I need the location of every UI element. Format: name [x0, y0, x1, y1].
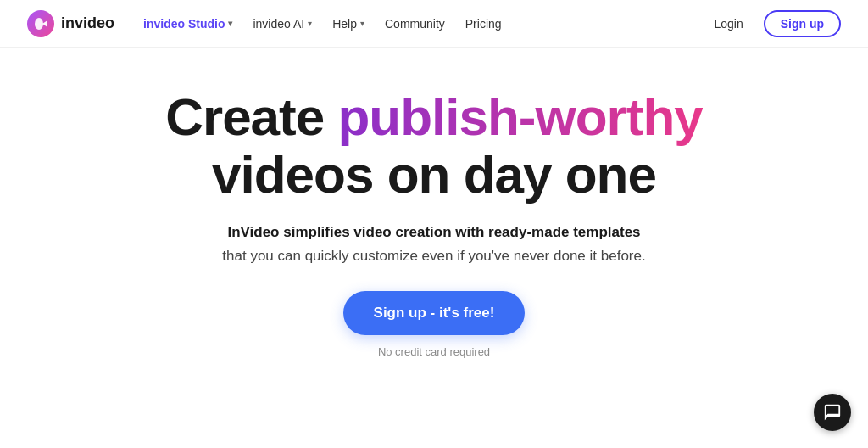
chevron-down-icon: ▾ [228, 19, 232, 28]
no-credit-card-text: No credit card required [378, 345, 490, 358]
chat-icon [823, 403, 842, 422]
hero-subtitle: InVideo simplifies video creation with r… [222, 221, 645, 266]
logo-link[interactable]: invideo [27, 10, 114, 37]
svg-point-1 [35, 18, 43, 30]
logo-text: invideo [61, 14, 114, 32]
login-button[interactable]: Login [704, 12, 753, 36]
nav-item-studio[interactable]: invideo Studio ▾ [135, 12, 241, 36]
nav-item-help[interactable]: Help ▾ [324, 12, 373, 36]
nav-item-pricing[interactable]: Pricing [457, 12, 510, 36]
hero-section: Create publish-worthy videos on day one … [0, 48, 868, 385]
nav-item-ai[interactable]: invideo AI ▾ [244, 12, 320, 36]
chevron-down-icon: ▾ [308, 19, 312, 28]
nav-menu: invideo Studio ▾ invideo AI ▾ Help ▾ Com… [135, 12, 704, 36]
nav-item-community[interactable]: Community [376, 12, 453, 36]
chevron-down-icon: ▾ [360, 19, 364, 28]
invideo-logo-icon [27, 10, 54, 37]
hero-title-line1: Create publish-worthy [165, 87, 703, 146]
chat-support-button[interactable] [814, 394, 851, 431]
hero-title: Create publish-worthy videos on day one [165, 88, 703, 204]
hero-gradient-text: publish-worthy [337, 87, 702, 146]
signup-button-nav[interactable]: Sign up [764, 10, 841, 37]
nav-right: Login Sign up [704, 10, 841, 37]
cta-signup-button[interactable]: Sign up - it's free! [343, 291, 526, 335]
hero-title-line2: videos on day one [212, 145, 656, 204]
navbar: invideo invideo Studio ▾ invideo AI ▾ He… [0, 0, 868, 48]
